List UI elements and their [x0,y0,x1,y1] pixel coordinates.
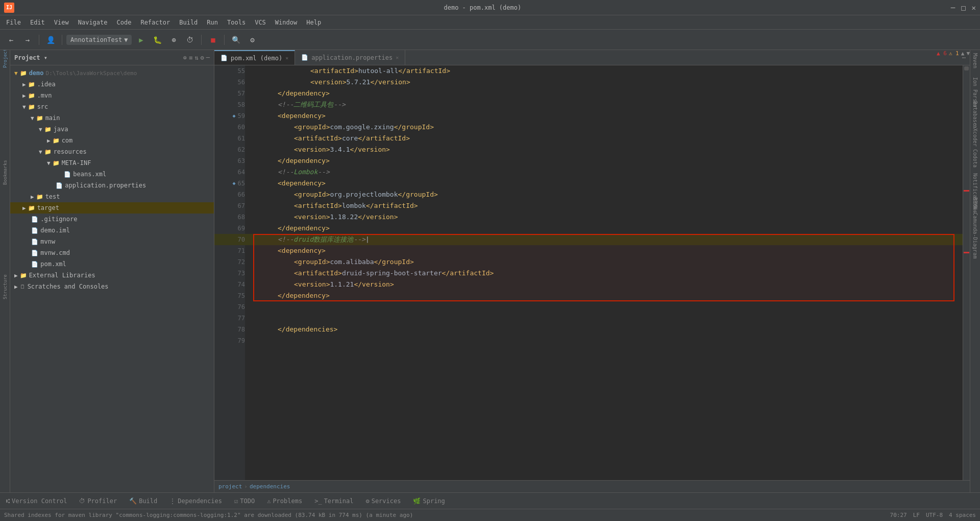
panel-close-btn[interactable]: ─ [206,54,210,61]
tree-item-beans[interactable]: 📄 beans.xml [10,169,214,180]
toolbar-sep-1 [39,35,39,45]
tab-version-control[interactable]: ⑆ Version Control [0,493,73,509]
minimize-button[interactable]: ─ [951,4,955,12]
menu-vcs[interactable]: VCS [251,18,270,27]
forward-button[interactable]: → [20,33,35,47]
panel-expand-btn[interactable]: ⇅ [194,54,198,61]
pomxml-tab-close[interactable]: ✕ [285,55,288,61]
nav-down-btn[interactable]: ▼ [966,50,970,57]
tab-todo[interactable]: ☑ TODO [228,493,261,509]
tree-item-gitignore[interactable]: 📄 .gitignore [10,214,214,225]
profile-button[interactable]: 👤 [43,33,58,47]
breadcrumb-project[interactable]: project [218,483,242,490]
right-tool-panels: Maven Ion Parser Database aXcoder Codota… [970,50,980,492]
tab-services[interactable]: ⚙ Services [359,493,407,509]
breadcrumb-dependencies[interactable]: dependencies [250,483,290,490]
linenum-71: 71 [214,245,245,256]
tree-item-pomxml[interactable]: 📄 pom.xml [10,258,214,270]
profile-run-button[interactable]: ⏱ [183,33,197,47]
scrollbar-thumb[interactable] [964,66,969,70]
menu-window[interactable]: Window [271,18,301,27]
notifications-panel-icon[interactable]: Notifications [968,172,980,182]
encoding: UTF-8 [926,512,943,518]
tree-item-mvnwcmd[interactable]: 📄 mvnw.cmd [10,247,214,258]
maximize-button[interactable]: □ [961,4,965,12]
stop-button[interactable]: ■ [206,33,220,47]
bpmn-panel-icon[interactable]: BPMN-Camunda-Diagram [968,196,980,206]
code-line-68: <version>1.18.22</version> [245,211,963,223]
tab-build[interactable]: 🔨 Build [123,493,163,509]
axcoder-panel-icon[interactable]: aXcoder [968,124,980,134]
tree-item-target[interactable]: ▶ 📁 target [10,202,214,214]
src-label: src [37,103,48,110]
bookmarks-icon[interactable]: Bookmarks [1,169,9,177]
linenum-63: 63 [214,155,245,167]
project-icon[interactable]: Project [1,54,9,62]
maven-panel-icon[interactable]: Maven [968,52,980,62]
codota-panel-icon[interactable]: Codota [968,148,980,158]
tree-item-metainf[interactable]: ▼ 📁 META-INF [10,157,214,169]
linenum-59: ◆59 [214,110,245,122]
tree-item-test[interactable]: ▶ 📁 test [10,191,214,202]
tree-item-src[interactable]: ▼ 📁 src [10,101,214,112]
menu-file[interactable]: File [2,18,25,27]
tree-item-mvnw[interactable]: 📄 mvnw [10,236,214,247]
tab-terminal[interactable]: >_ Terminal [308,493,359,509]
tab-profiler[interactable]: ⏱ Profiler [73,493,123,509]
warning-count: ⚠ 1 [949,50,959,57]
settings-button[interactable]: ⚙ [245,33,259,47]
menu-edit[interactable]: Edit [26,18,49,27]
menu-build[interactable]: Build [175,18,202,27]
tree-item-extlibs[interactable]: ▶ 📁 External Libraries [10,270,214,281]
tree-item-resources[interactable]: ▼ 📁 resources [10,146,214,157]
database-panel-icon[interactable]: Database [968,100,980,110]
panel-locate-btn[interactable]: ⊕ [183,54,187,61]
appprops-icon: 📄 [56,182,63,189]
menu-help[interactable]: Help [302,18,325,27]
debug-button[interactable]: 🐛 [150,33,164,47]
tab-appprops[interactable]: 📄 application.properties ✕ [295,50,405,65]
version-control-label: Version Control [12,498,67,505]
appprops-tab-close[interactable]: ✕ [396,55,399,60]
tab-pomxml[interactable]: 📄 pom.xml (demo) ✕ [214,50,295,65]
tree-item-java[interactable]: ▼ 📁 java [10,124,214,135]
code-line-60: <groupId>com.google.zxing</groupId> [245,122,963,133]
tab-problems[interactable]: ⚠ Problems [261,493,308,509]
error-count: ▲ 6 [937,50,947,57]
linenum-78: 78 [214,324,245,335]
run-button[interactable]: ▶ [134,33,148,47]
panel-collapse-btn[interactable]: ≡ [189,54,192,61]
tree-item-scratches[interactable]: ▶ 🗒 Scratches and Consoles [10,281,214,292]
linenum-76-val: 76 [238,301,245,313]
linenum-57: 57 [214,88,245,99]
panel-settings-btn[interactable]: ⚙ [201,54,204,61]
menu-code[interactable]: Code [113,18,136,27]
run-config-selector[interactable]: AnnotationTest ▼ [66,35,132,45]
menu-tools[interactable]: Tools [223,18,250,27]
tab-dependencies[interactable]: ⋮ Dependencies [163,493,228,509]
menu-navigate[interactable]: Navigate [74,18,112,27]
ion-parser-panel-icon[interactable]: Ion Parser [968,76,980,86]
menu-refactor[interactable]: Refactor [136,18,174,27]
tree-item-demoiml[interactable]: 📄 demo.iml [10,225,214,236]
tree-item-idea[interactable]: ▶ 📁 .idea [10,79,214,90]
tree-item-com[interactable]: ▶ 📁 com [10,135,214,146]
coverage-button[interactable]: ⊕ [166,33,181,47]
problems-label: Problems [273,498,302,505]
bp-59: ◆ [233,110,236,122]
java-folder-icon: 📁 [44,126,52,133]
tab-spring[interactable]: 🌿 Spring [407,493,451,509]
tree-item-main[interactable]: ▼ 📁 main [10,112,214,124]
back-button[interactable]: ← [4,33,18,47]
tree-item-mvn[interactable]: ▶ 📁 .mvn [10,90,214,101]
nav-up-btn[interactable]: ▲ [961,50,965,57]
code-area[interactable]: <artifactId>hutool-all</artifactId> <ver… [245,65,963,480]
menu-view[interactable]: View [50,18,73,27]
tree-item-demo[interactable]: ▼ 📁 demo D:\Tools\JavaWorkSpace\demo [10,67,214,79]
spring-icon: 🌿 [413,498,421,505]
structure-icon[interactable]: Structure [1,283,9,291]
menu-run[interactable]: Run [203,18,222,27]
search-button[interactable]: 🔍 [229,33,243,47]
close-button[interactable]: ✕ [972,4,976,12]
tree-item-appprops[interactable]: 📄 application.properties [10,180,214,191]
